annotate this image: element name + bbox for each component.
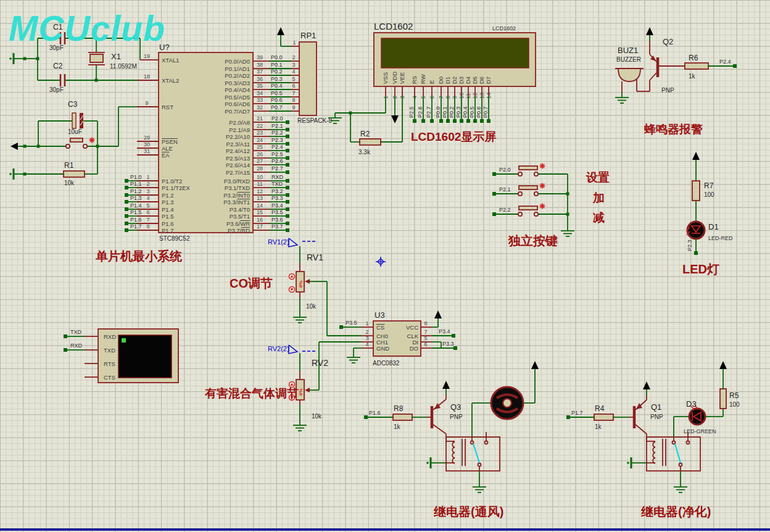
svg-text:P2.2: P2.2 [499,207,511,213]
co-caption: CO调节 [230,276,273,290]
power-icon [277,27,284,41]
svg-text:P0.4/AD4: P0.4/AD4 [225,86,250,93]
rv1-increase-button[interactable] [289,274,295,280]
power-icon [646,27,653,41]
svg-text:TXD: TXD [104,347,115,354]
relay-fan[interactable] [439,432,500,471]
power-icon [643,381,650,395]
resistor-r8[interactable] [393,414,412,420]
svg-text:P0.2: P0.2 [449,106,455,118]
svg-text:P0.6: P0.6 [476,106,482,118]
ground-icon [426,457,439,468]
svg-text:P3.0/RXD: P3.0/RXD [224,178,250,185]
capacitor-c3[interactable]: C3 10uF [68,100,83,135]
transistor-q3[interactable]: Q3 PNP [432,394,463,443]
voltage-probe-icon[interactable] [289,345,297,354]
svg-text:11: 11 [257,181,262,187]
rp1-part: RESPACK-8 [297,117,332,124]
relay-purify-circuit[interactable]: P1.7 R4 1k Q1 PNP D3 LED-GREEN R5 100 [566,361,740,518]
relay-purify-caption: 继电器(净化) [640,505,711,518]
led-d1[interactable] [687,222,705,239]
led-circuit[interactable]: R7 100 P2.3 D1 LED-RED LED灯 [682,152,733,276]
svg-text:6: 6 [292,83,295,89]
voltage-probe-icon[interactable] [289,238,297,247]
svg-text:D6: D6 [478,77,485,84]
svg-text:XTAL2: XTAL2 [162,77,179,84]
rv2-pot[interactable]: RV2(2) 0% RV2 10k 有害混合气体调节 [204,342,362,431]
svg-text:P1.6: P1.6 [130,217,142,223]
resistor-r1[interactable]: R1 10k [64,161,85,186]
resistor-r4[interactable] [594,414,613,420]
resistor-r6[interactable]: R6 1k [685,54,708,80]
svg-text:P1.2: P1.2 [162,192,174,199]
transistor-q2[interactable]: Q2 PNP [637,37,685,94]
svg-text:26: 26 [257,151,263,157]
lcd-screen [381,38,529,68]
svg-text:RXD: RXD [104,333,116,340]
lcd1602[interactable]: LCD1602 LCD1602 VSS1 VDD2 VEE3 RS4 RW5 E… [328,21,536,156]
keys-caption: 独立按键 [508,234,558,247]
buzzer-circuit[interactable]: BUZ1 BUZZER Q2 PNP R6 1k P2.4 蜂鸣器报警 [615,27,737,136]
net-p1-6: P1.6 [369,410,381,416]
rp1-body[interactable] [299,42,317,115]
terminal-screen [118,335,172,378]
relay-purify[interactable] [639,432,700,471]
button-actuator-icon[interactable] [540,164,545,169]
keys-group[interactable]: P2.0 P2.1 P2.2 设置 加 减 独立按键 [492,164,610,248]
mcu-stc89c52[interactable]: U? STC89C52 XTAL119 XTAL218 RST9 PSEN29 … [96,43,299,263]
svg-text:RW: RW [420,74,426,84]
svg-text:7: 7 [146,217,149,223]
relay-fan-circuit[interactable]: P1.6 R8 1k Q3 PNP 继电器(通风) [364,361,539,518]
svg-text:P1.2: P1.2 [130,188,142,194]
serial-terminal[interactable]: RXD TXD RTS CTS TXD RXD [64,329,178,383]
svg-text:24: 24 [257,137,263,143]
svg-text:38: 38 [257,62,263,68]
svg-text:5: 5 [292,76,295,82]
crystal-x1[interactable]: X1 11.0592M [88,52,137,70]
transistor-q1[interactable]: Q1 PNP [634,395,663,443]
d3-part: LED-GREEN [684,428,716,434]
key-inc-label: 加 [592,191,605,204]
svg-text:VDD: VDD [391,72,398,84]
svg-text:P0.6/AD6: P0.6/AD6 [225,101,250,107]
r1-value: 10k [64,180,75,186]
button-actuator-icon[interactable] [540,204,545,209]
svg-text:P3.3/INT1: P3.3/INT1 [223,199,250,206]
r5-ref: R5 [729,391,739,400]
svg-text:P0.0: P0.0 [271,54,283,60]
svg-text:25: 25 [257,144,263,150]
resistor-r2[interactable]: R2 3.3k [358,130,381,156]
relay-fan-caption: 继电器(通风) [433,505,503,518]
svg-text:D0: D0 [437,77,444,84]
svg-text:P2.5: P2.5 [408,106,415,118]
reset-circuit[interactable]: C3 10uF R1 10k [9,100,137,186]
rv1-pot[interactable]: RV1(2) 0% RV1 10k CO调节 [230,238,362,336]
svg-text:P2.3: P2.3 [271,137,283,143]
resistor-r5[interactable] [720,389,726,409]
key-row-2[interactable]: P2.1 [492,183,568,196]
buzzer-symbol[interactable] [615,69,644,93]
fan-motor[interactable] [491,387,523,419]
schematic-canvas[interactable]: C1 30pF C2 30pF X1 11.0592M C3 10uF R1 1… [0,0,770,532]
adc0832[interactable]: U3 ADC0832 CS1 CH02 CH13 GND4 VCC8 CLK7 … [339,310,457,367]
svg-text:D5: D5 [471,77,478,84]
net-p2-3: P2.3 [687,239,693,251]
svg-text:CS: CS [376,324,384,331]
rv1-decrease-button[interactable] [289,287,295,293]
key-row-1[interactable]: P2.0 [492,164,568,177]
button-actuator-icon[interactable] [540,183,545,189]
resistor-r7[interactable] [692,181,700,201]
button-actuator-icon[interactable] [89,138,95,143]
svg-text:P1.7: P1.7 [162,227,174,234]
key-row-3[interactable]: P2.2 [492,204,568,217]
svg-text:P0.7/AD7: P0.7/AD7 [225,108,250,115]
lcd-model: LCD1602 [492,25,516,31]
svg-text:34: 34 [257,90,263,96]
svg-text:P1.4: P1.4 [130,202,142,209]
u3-ref: U3 [375,310,385,320]
capacitor-c2[interactable]: C2 30pF [49,62,65,93]
svg-text:P2.0: P2.0 [271,115,283,122]
svg-text:P2.6: P2.6 [417,106,423,118]
q2-type: PNP [661,87,674,94]
svg-text:21: 21 [257,115,263,122]
